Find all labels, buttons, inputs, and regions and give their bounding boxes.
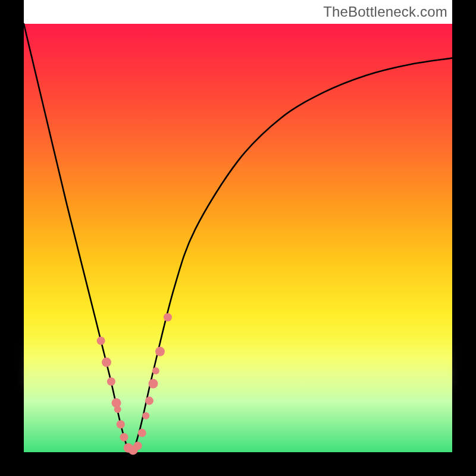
bottleneck-curve-svg [24,24,452,452]
plot-area [24,24,452,452]
curve-marker [97,337,105,345]
curve-marker [120,433,128,441]
curve-marker [134,441,142,450]
curve-marker [102,358,111,367]
curve-marker [148,379,158,389]
curve-markers [97,313,172,455]
curve-marker [145,397,154,405]
curve-marker [142,412,149,419]
curve-marker [155,347,165,356]
watermark-bar: TheBottleneck.com [24,0,452,24]
curve-marker [114,406,121,413]
curve-marker [107,377,115,386]
curve-marker [138,429,146,437]
curve-marker [152,367,159,374]
watermark-text: TheBottleneck.com [323,4,447,20]
chart-frame: TheBottleneck.com [0,0,476,476]
curve-marker [164,313,172,321]
curve-marker [117,420,125,428]
bottleneck-curve [24,24,452,452]
